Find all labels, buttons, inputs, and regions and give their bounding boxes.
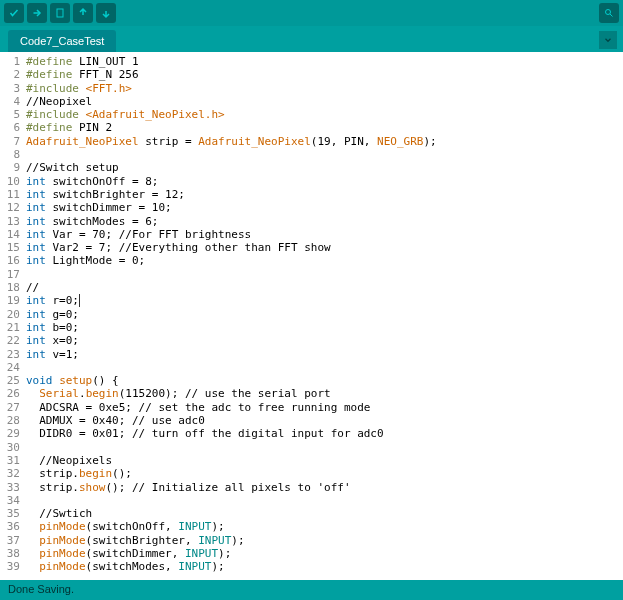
line-number: 14 <box>0 228 20 241</box>
code-line: // <box>26 281 623 294</box>
code-line: int switchModes = 6; <box>26 215 623 228</box>
line-number: 5 <box>0 108 20 121</box>
line-number: 27 <box>0 401 20 414</box>
status-bar: Done Saving. <box>0 580 623 600</box>
new-button[interactable] <box>50 3 70 23</box>
tab-active[interactable]: Code7_CaseTest <box>8 30 116 52</box>
code-line: //Swtich <box>26 507 623 520</box>
line-number: 21 <box>0 321 20 334</box>
line-number: 31 <box>0 454 20 467</box>
line-number: 18 <box>0 281 20 294</box>
code-line: int Var = 70; //For FFT brightness <box>26 228 623 241</box>
code-line: ADCSRA = 0xe5; // set the adc to free ru… <box>26 401 623 414</box>
code-line: int r=0; <box>26 294 623 307</box>
code-line: ADMUX = 0x40; // use adc0 <box>26 414 623 427</box>
line-number: 25 <box>0 374 20 387</box>
line-number: 17 <box>0 268 20 281</box>
code-line: #define PIN 2 <box>26 121 623 134</box>
line-number: 37 <box>0 534 20 547</box>
toolbar-right <box>599 3 619 23</box>
code-line: pinMode(switchBrighter, INPUT); <box>26 534 623 547</box>
code-line: pinMode(switchDimmer, INPUT); <box>26 547 623 560</box>
code-line: //Neopixel <box>26 95 623 108</box>
line-number: 3 <box>0 82 20 95</box>
line-number: 39 <box>0 560 20 573</box>
line-number: 4 <box>0 95 20 108</box>
tab-menu-button[interactable] <box>599 31 617 49</box>
line-number: 30 <box>0 441 20 454</box>
line-number: 13 <box>0 215 20 228</box>
line-number: 38 <box>0 547 20 560</box>
line-number: 6 <box>0 121 20 134</box>
line-number: 19 <box>0 294 20 307</box>
code-line: int g=0; <box>26 308 623 321</box>
save-button[interactable] <box>96 3 116 23</box>
toolbar <box>0 0 623 26</box>
line-number: 7 <box>0 135 20 148</box>
line-number: 29 <box>0 427 20 440</box>
serial-monitor-button[interactable] <box>599 3 619 23</box>
code-line: strip.begin(); <box>26 467 623 480</box>
code-line: int v=1; <box>26 348 623 361</box>
code-line: pinMode(switchModes, INPUT); <box>26 560 623 573</box>
line-number: 9 <box>0 161 20 174</box>
line-number: 23 <box>0 348 20 361</box>
line-number: 1 <box>0 55 20 68</box>
code-line: int LightMode = 0; <box>26 254 623 267</box>
code-line <box>26 494 623 507</box>
code-line: DIDR0 = 0x01; // turn off the digital in… <box>26 427 623 440</box>
code-line: #include <FFT.h> <box>26 82 623 95</box>
line-number: 36 <box>0 520 20 533</box>
line-number: 33 <box>0 481 20 494</box>
code-line: void setup() { <box>26 374 623 387</box>
line-number: 28 <box>0 414 20 427</box>
code-line: int b=0; <box>26 321 623 334</box>
line-number: 15 <box>0 241 20 254</box>
code-line: #include <Adafruit_NeoPixel.h> <box>26 108 623 121</box>
code-line <box>26 148 623 161</box>
line-number: 16 <box>0 254 20 267</box>
upload-button[interactable] <box>27 3 47 23</box>
code-line: int switchDimmer = 10; <box>26 201 623 214</box>
line-number: 32 <box>0 467 20 480</box>
line-number: 10 <box>0 175 20 188</box>
code-line <box>26 361 623 374</box>
line-number: 20 <box>0 308 20 321</box>
toolbar-left <box>4 3 116 23</box>
tab-bar: Code7_CaseTest <box>0 26 623 52</box>
code-line: strip.show(); // Initialize all pixels t… <box>26 481 623 494</box>
verify-button[interactable] <box>4 3 24 23</box>
code-line: //Neopixels <box>26 454 623 467</box>
svg-rect-0 <box>57 9 63 17</box>
code-content[interactable]: #define LIN_OUT 1#define FFT_N 256#inclu… <box>26 52 623 580</box>
code-line: Serial.begin(115200); // use the serial … <box>26 387 623 400</box>
code-line: //Switch setup <box>26 161 623 174</box>
line-number: 11 <box>0 188 20 201</box>
code-line: Adafruit_NeoPixel strip = Adafruit_NeoPi… <box>26 135 623 148</box>
status-text: Done Saving. <box>8 583 74 595</box>
code-line: #define LIN_OUT 1 <box>26 55 623 68</box>
code-line <box>26 441 623 454</box>
code-line <box>26 268 623 281</box>
line-number: 2 <box>0 68 20 81</box>
line-number: 24 <box>0 361 20 374</box>
code-line: #define FFT_N 256 <box>26 68 623 81</box>
line-number: 34 <box>0 494 20 507</box>
line-number: 22 <box>0 334 20 347</box>
line-number: 12 <box>0 201 20 214</box>
code-line: pinMode(switchOnOff, INPUT); <box>26 520 623 533</box>
code-line: int x=0; <box>26 334 623 347</box>
line-gutter: 1234567891011121314151617181920212223242… <box>0 52 26 580</box>
code-line: int switchBrighter = 12; <box>26 188 623 201</box>
line-number: 26 <box>0 387 20 400</box>
open-button[interactable] <box>73 3 93 23</box>
code-line: int Var2 = 7; //Everything other than FF… <box>26 241 623 254</box>
code-editor[interactable]: 1234567891011121314151617181920212223242… <box>0 52 623 580</box>
svg-point-1 <box>606 10 611 15</box>
code-line: int switchOnOff = 8; <box>26 175 623 188</box>
line-number: 35 <box>0 507 20 520</box>
line-number: 8 <box>0 148 20 161</box>
